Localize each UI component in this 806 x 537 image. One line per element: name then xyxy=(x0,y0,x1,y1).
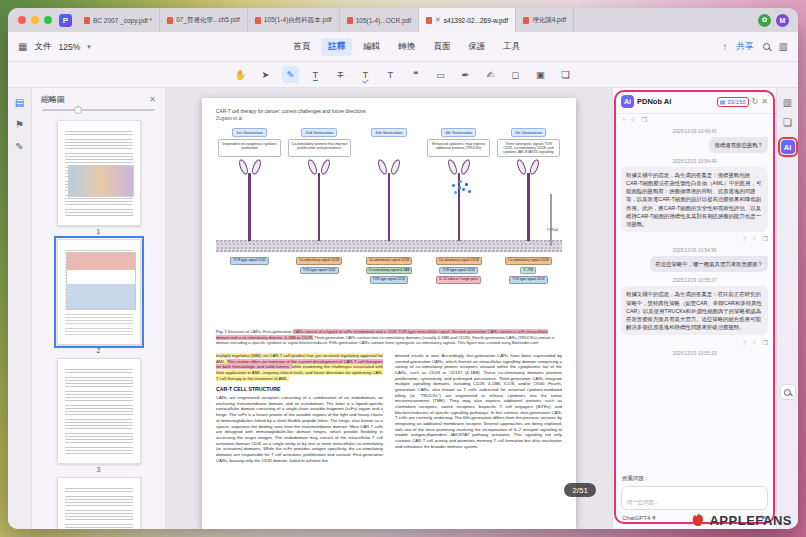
thumbs-up-icon[interactable]: ☞ xyxy=(620,117,627,122)
menu-tab-3[interactable]: 轉換 xyxy=(391,38,422,56)
shape-tool-icon[interactable]: ◻ xyxy=(507,66,524,83)
window-tab-bar: P BC 2007 _copy.pdf *07_普通化學...ch5.pdf10… xyxy=(8,8,798,32)
stamp-tool-icon[interactable]: ▣ xyxy=(532,66,549,83)
domain-chip: Co-stimulatory signal 4-1BB xyxy=(366,267,413,275)
thumbs-up-icon[interactable]: ☞ xyxy=(741,339,748,344)
menu-tab-4[interactable]: 頁面 xyxy=(426,38,457,56)
strikeout-tool-icon[interactable]: T xyxy=(332,66,349,83)
account-avatar[interactable]: M xyxy=(776,14,789,27)
close-ai-panel-icon[interactable]: ✕ xyxy=(761,97,768,106)
file-menu-button[interactable]: 文件 xyxy=(34,41,51,53)
car-receptor-diagram xyxy=(355,157,422,241)
left-icon-strip: ▤⚑✎ xyxy=(8,88,32,529)
document-tab[interactable]: 105(1-4)自然科題本.pdf xyxy=(248,8,340,32)
zoom-level-dropdown[interactable]: 125% xyxy=(58,42,80,52)
ai-assistant-button[interactable]: Ai xyxy=(781,140,795,154)
receptor-stem xyxy=(458,173,460,241)
scfv-arm-icon xyxy=(320,159,332,176)
panel-layout-icon[interactable]: ▥ xyxy=(783,97,792,108)
refresh-chat-icon[interactable]: ↻ xyxy=(752,97,759,106)
thumbnail-preview xyxy=(57,120,141,226)
document-viewer: CAR-T cell therapy for cancer: current c… xyxy=(166,88,612,529)
thumbnail-item[interactable]: 3 xyxy=(55,358,143,474)
thumbnail-page-number: 1 xyxy=(55,226,143,236)
thumbs-up-icon[interactable]: ☞ xyxy=(741,236,748,241)
copy-icon[interactable]: ❐ xyxy=(763,339,768,346)
scfv-arm-icon xyxy=(250,159,262,176)
image-tool-icon[interactable]: ❏ xyxy=(557,66,574,83)
menu-tab-5[interactable]: 保護 xyxy=(461,38,492,56)
body-text: multiple myeloma (MM), no CAR-T cell pro… xyxy=(216,353,562,463)
search-icon[interactable] xyxy=(763,43,770,50)
right-panel-toggle-icon[interactable]: ▥ xyxy=(779,41,788,52)
menu-tab-0[interactable]: 首頁 xyxy=(286,38,317,56)
message-timestamp: 2025/12/19 10:55:19 xyxy=(621,351,768,356)
generation-note: Co-stimulatory proteins that improve pro… xyxy=(288,139,351,157)
thumbnail-item[interactable]: 2 xyxy=(55,239,143,355)
zoom-window-button[interactable] xyxy=(44,16,52,24)
sidebar-toggle-icon[interactable]: ▦ xyxy=(18,41,27,52)
signature-tool-icon[interactable]: ✍ xyxy=(482,66,499,83)
thumbs-down-icon[interactable]: ☞ xyxy=(631,117,638,122)
text-column-right: desired results in vivo. Accordingly, fi… xyxy=(395,353,562,463)
bookmark-panel-icon[interactable]: ⚑ xyxy=(15,119,24,130)
user-message-bubble: 在這些策略中，哪一種最具潛力來改善療效？ xyxy=(650,256,768,272)
document-tab[interactable]: 理化講4.pdf xyxy=(516,8,574,32)
thumbnail-preview xyxy=(57,358,141,464)
annotation-list-icon[interactable]: ✎ xyxy=(15,141,23,152)
thumbs-down-icon[interactable]: ☞ xyxy=(751,236,758,241)
textbox-tool-icon[interactable]: ▭ xyxy=(432,66,449,83)
document-tab[interactable]: 105(1-4)...OCR.pdf xyxy=(340,8,419,32)
share-button[interactable]: 共享 xyxy=(737,41,754,53)
message-timestamp: 2025/12/19 10:55:07 xyxy=(621,278,768,283)
thumbnail-item[interactable]: 1 xyxy=(55,120,143,236)
domain-chip: Co-stimulatory signal CD28 xyxy=(366,257,412,265)
domain-chip-list: TCR-type signal CD3ζ xyxy=(216,257,283,265)
zoom-chevron-icon[interactable]: ▾ xyxy=(87,43,91,51)
tab-label: 07_普通化學...ch5.pdf xyxy=(176,16,240,25)
text-tool-icon[interactable]: T xyxy=(382,66,399,83)
slider-knob[interactable] xyxy=(74,106,82,114)
thumbnail-page-number: 2 xyxy=(55,345,143,355)
copy-icon[interactable]: ❐ xyxy=(763,235,768,242)
highlight-tool-icon[interactable]: ✎ xyxy=(282,66,299,83)
slider-track[interactable] xyxy=(42,109,155,111)
menu-tab-2[interactable]: 編輯 xyxy=(356,38,387,56)
annotation-toolbar: ✋➤✎TTTT❝▭✒✍◻▣❏ xyxy=(8,62,798,88)
thumbnails-panel-icon[interactable]: ▤ xyxy=(15,97,24,108)
domain-chip-list: Co-stimulatory signal CD28TCR-type signa… xyxy=(286,257,353,274)
thumbs-down-icon[interactable]: ☞ xyxy=(751,339,758,344)
pdf-app-window: P BC 2007 _copy.pdf *07_普通化學...ch5.pdf10… xyxy=(8,8,798,529)
thumbnail-item[interactable]: 4 xyxy=(55,477,143,529)
close-panel-icon[interactable]: ✕ xyxy=(149,95,156,104)
ai-input-box xyxy=(621,486,768,510)
menu-tab-6[interactable]: 工具 xyxy=(496,38,527,56)
comment-panel-icon[interactable]: ❏ xyxy=(783,117,792,128)
document-tab[interactable]: ✕s41392-02...269-w.pdf xyxy=(419,8,516,32)
menu-tab-1[interactable]: 註釋 xyxy=(321,38,352,56)
document-tab[interactable]: BC 2007 _copy.pdf * xyxy=(77,8,160,32)
receptor-stem xyxy=(318,173,320,241)
note-tool-icon[interactable]: ❝ xyxy=(407,66,424,83)
car-generation: 1st GenerationDependent on exogenous cyt… xyxy=(216,128,283,324)
ai-question-input[interactable] xyxy=(627,499,762,505)
pan-tool-icon[interactable]: ✋ xyxy=(232,66,249,83)
model-selector[interactable]: ChatGPT4 ▾ xyxy=(622,514,656,522)
page-indicator-badge: 2/51 xyxy=(564,483,596,497)
document-search-button[interactable] xyxy=(780,384,796,400)
squiggly-tool-icon[interactable]: T xyxy=(357,66,374,83)
copy-icon[interactable]: ❐ xyxy=(642,116,647,123)
right-icon-strip: ▥ ❏ Ai xyxy=(776,88,798,529)
underline-tool-icon[interactable]: T xyxy=(307,66,324,83)
select-tool-icon[interactable]: ➤ xyxy=(257,66,274,83)
share-icon[interactable]: ↑ xyxy=(723,41,728,52)
close-tab-icon[interactable]: ✕ xyxy=(435,16,441,24)
thumbnail-panel: 縮略圖 ✕ 1234 xyxy=(32,88,166,529)
minimize-window-button[interactable] xyxy=(31,16,39,24)
extension-icon[interactable]: ✿ xyxy=(758,14,771,27)
pen-tool-icon[interactable]: ✒ xyxy=(457,66,474,83)
document-tab[interactable]: 07_普通化學...ch5.pdf xyxy=(160,8,248,32)
scfv-arm-icon xyxy=(459,159,471,176)
running-header: CAR-T cell therapy for cancer: current c… xyxy=(216,108,562,122)
close-window-button[interactable] xyxy=(18,16,26,24)
